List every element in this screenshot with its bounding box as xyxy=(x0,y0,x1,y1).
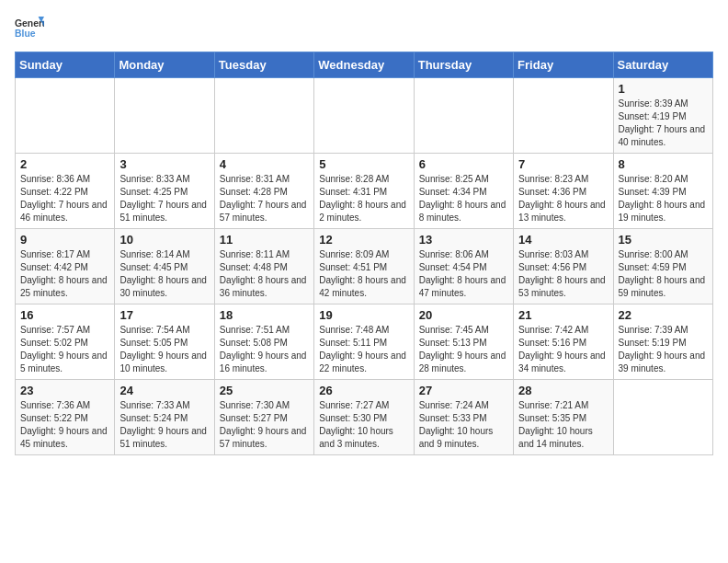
day-number: 10 xyxy=(119,233,209,247)
dow-saturday: Saturday xyxy=(613,52,712,78)
day-info: Sunrise: 8:33 AM Sunset: 4:25 PM Dayligh… xyxy=(119,173,209,224)
day-info: Sunrise: 8:11 AM Sunset: 4:48 PM Dayligh… xyxy=(220,248,309,300)
day-number: 25 xyxy=(220,384,309,397)
day-number: 16 xyxy=(20,308,109,322)
day-number: 2 xyxy=(20,157,109,171)
calendar-cell: 22Sunrise: 7:39 AM Sunset: 5:19 PM Dayli… xyxy=(613,304,712,380)
day-info: Sunrise: 8:23 AM Sunset: 4:36 PM Dayligh… xyxy=(518,173,608,224)
calendar-cell: 10Sunrise: 8:14 AM Sunset: 4:45 PM Dayli… xyxy=(115,229,214,304)
day-number: 11 xyxy=(220,233,309,247)
day-number: 5 xyxy=(319,157,408,171)
day-info: Sunrise: 7:48 AM Sunset: 5:11 PM Dayligh… xyxy=(319,324,408,375)
calendar-table: SundayMondayTuesdayWednesdayThursdayFrid… xyxy=(15,52,713,455)
calendar-cell: 19Sunrise: 7:48 AM Sunset: 5:11 PM Dayli… xyxy=(314,304,414,380)
day-info: Sunrise: 8:25 AM Sunset: 4:34 PM Dayligh… xyxy=(419,173,508,224)
calendar-week-0: 1Sunrise: 8:39 AM Sunset: 4:19 PM Daylig… xyxy=(16,78,713,154)
calendar-cell: 17Sunrise: 7:54 AM Sunset: 5:05 PM Dayli… xyxy=(115,304,214,380)
calendar-cell: 28Sunrise: 7:21 AM Sunset: 5:35 PM Dayli… xyxy=(514,380,613,455)
day-info: Sunrise: 7:42 AM Sunset: 5:16 PM Dayligh… xyxy=(518,324,608,375)
dow-friday: Friday xyxy=(514,52,613,78)
day-number: 18 xyxy=(220,308,309,322)
calendar-cell: 18Sunrise: 7:51 AM Sunset: 5:08 PM Dayli… xyxy=(214,304,313,380)
calendar-body: 1Sunrise: 8:39 AM Sunset: 4:19 PM Daylig… xyxy=(16,78,713,455)
day-info: Sunrise: 8:09 AM Sunset: 4:51 PM Dayligh… xyxy=(319,248,408,300)
day-number: 23 xyxy=(20,384,109,397)
day-number: 7 xyxy=(518,157,608,171)
day-info: Sunrise: 8:03 AM Sunset: 4:56 PM Dayligh… xyxy=(518,248,608,300)
dow-wednesday: Wednesday xyxy=(314,52,414,78)
day-info: Sunrise: 7:21 AM Sunset: 5:35 PM Dayligh… xyxy=(518,399,608,451)
day-info: Sunrise: 8:20 AM Sunset: 4:39 PM Dayligh… xyxy=(619,173,708,224)
calendar-cell: 12Sunrise: 8:09 AM Sunset: 4:51 PM Dayli… xyxy=(314,229,414,304)
day-info: Sunrise: 7:45 AM Sunset: 5:13 PM Dayligh… xyxy=(419,324,508,375)
calendar-cell xyxy=(16,78,115,154)
calendar-cell: 3Sunrise: 8:33 AM Sunset: 4:25 PM Daylig… xyxy=(115,154,214,229)
calendar-cell xyxy=(613,380,712,455)
day-info: Sunrise: 7:57 AM Sunset: 5:02 PM Dayligh… xyxy=(20,324,109,375)
calendar-cell: 21Sunrise: 7:42 AM Sunset: 5:16 PM Dayli… xyxy=(514,304,613,380)
calendar-cell xyxy=(414,78,513,154)
day-info: Sunrise: 8:28 AM Sunset: 4:31 PM Dayligh… xyxy=(319,173,408,224)
svg-text:Blue: Blue xyxy=(15,29,36,39)
calendar-cell: 23Sunrise: 7:36 AM Sunset: 5:22 PM Dayli… xyxy=(16,380,115,455)
calendar-cell: 11Sunrise: 8:11 AM Sunset: 4:48 PM Dayli… xyxy=(214,229,313,304)
calendar-cell: 6Sunrise: 8:25 AM Sunset: 4:34 PM Daylig… xyxy=(414,154,513,229)
calendar-week-2: 9Sunrise: 8:17 AM Sunset: 4:42 PM Daylig… xyxy=(16,229,713,304)
day-number: 17 xyxy=(119,308,209,322)
day-number: 4 xyxy=(220,157,309,171)
day-info: Sunrise: 7:51 AM Sunset: 5:08 PM Dayligh… xyxy=(220,324,309,375)
day-number: 22 xyxy=(619,308,708,322)
day-info: Sunrise: 8:00 AM Sunset: 4:59 PM Dayligh… xyxy=(619,248,708,300)
dow-sunday: Sunday xyxy=(16,52,115,78)
dow-tuesday: Tuesday xyxy=(214,52,313,78)
day-info: Sunrise: 8:06 AM Sunset: 4:54 PM Dayligh… xyxy=(419,248,508,300)
calendar-cell: 26Sunrise: 7:27 AM Sunset: 5:30 PM Dayli… xyxy=(314,380,414,455)
calendar-week-4: 23Sunrise: 7:36 AM Sunset: 5:22 PM Dayli… xyxy=(16,380,713,455)
calendar-cell: 8Sunrise: 8:20 AM Sunset: 4:39 PM Daylig… xyxy=(613,154,712,229)
day-number: 15 xyxy=(619,233,708,247)
calendar-cell: 27Sunrise: 7:24 AM Sunset: 5:33 PM Dayli… xyxy=(414,380,513,455)
day-number: 8 xyxy=(619,157,708,171)
calendar-cell: 16Sunrise: 7:57 AM Sunset: 5:02 PM Dayli… xyxy=(16,304,115,380)
calendar-cell: 24Sunrise: 7:33 AM Sunset: 5:24 PM Dayli… xyxy=(115,380,214,455)
day-info: Sunrise: 7:27 AM Sunset: 5:30 PM Dayligh… xyxy=(319,399,408,451)
day-info: Sunrise: 8:17 AM Sunset: 4:42 PM Dayligh… xyxy=(20,248,109,300)
calendar-cell xyxy=(115,78,214,154)
day-number: 19 xyxy=(319,308,408,322)
calendar-cell xyxy=(214,78,313,154)
calendar-cell: 14Sunrise: 8:03 AM Sunset: 4:56 PM Dayli… xyxy=(514,229,613,304)
calendar-cell: 1Sunrise: 8:39 AM Sunset: 4:19 PM Daylig… xyxy=(613,78,712,154)
logo: General Blue xyxy=(15,15,44,40)
day-info: Sunrise: 8:31 AM Sunset: 4:28 PM Dayligh… xyxy=(220,173,309,224)
day-info: Sunrise: 7:36 AM Sunset: 5:22 PM Dayligh… xyxy=(20,399,109,451)
day-number: 1 xyxy=(619,82,708,96)
calendar-week-1: 2Sunrise: 8:36 AM Sunset: 4:22 PM Daylig… xyxy=(16,154,713,229)
calendar-week-3: 16Sunrise: 7:57 AM Sunset: 5:02 PM Dayli… xyxy=(16,304,713,380)
calendar-cell xyxy=(514,78,613,154)
calendar-cell xyxy=(314,78,414,154)
calendar-cell: 15Sunrise: 8:00 AM Sunset: 4:59 PM Dayli… xyxy=(613,229,712,304)
calendar-cell: 7Sunrise: 8:23 AM Sunset: 4:36 PM Daylig… xyxy=(514,154,613,229)
calendar-cell: 4Sunrise: 8:31 AM Sunset: 4:28 PM Daylig… xyxy=(214,154,313,229)
days-of-week-header: SundayMondayTuesdayWednesdayThursdayFrid… xyxy=(16,52,713,78)
dow-monday: Monday xyxy=(115,52,214,78)
calendar-cell: 20Sunrise: 7:45 AM Sunset: 5:13 PM Dayli… xyxy=(414,304,513,380)
day-number: 12 xyxy=(319,233,408,247)
calendar-cell: 5Sunrise: 8:28 AM Sunset: 4:31 PM Daylig… xyxy=(314,154,414,229)
day-number: 20 xyxy=(419,308,508,322)
day-number: 24 xyxy=(119,384,209,397)
day-info: Sunrise: 8:39 AM Sunset: 4:19 PM Dayligh… xyxy=(619,98,708,149)
day-number: 21 xyxy=(518,308,608,322)
day-info: Sunrise: 7:33 AM Sunset: 5:24 PM Dayligh… xyxy=(119,399,209,451)
day-number: 6 xyxy=(419,157,508,171)
day-number: 3 xyxy=(119,157,209,171)
calendar-cell: 2Sunrise: 8:36 AM Sunset: 4:22 PM Daylig… xyxy=(16,154,115,229)
day-number: 13 xyxy=(419,233,508,247)
calendar-cell: 9Sunrise: 8:17 AM Sunset: 4:42 PM Daylig… xyxy=(16,229,115,304)
day-number: 14 xyxy=(518,233,608,247)
day-info: Sunrise: 8:14 AM Sunset: 4:45 PM Dayligh… xyxy=(119,248,209,300)
day-info: Sunrise: 7:30 AM Sunset: 5:27 PM Dayligh… xyxy=(220,399,309,451)
svg-text:General: General xyxy=(15,18,44,29)
day-info: Sunrise: 7:54 AM Sunset: 5:05 PM Dayligh… xyxy=(119,324,209,375)
calendar-cell: 25Sunrise: 7:30 AM Sunset: 5:27 PM Dayli… xyxy=(214,380,313,455)
